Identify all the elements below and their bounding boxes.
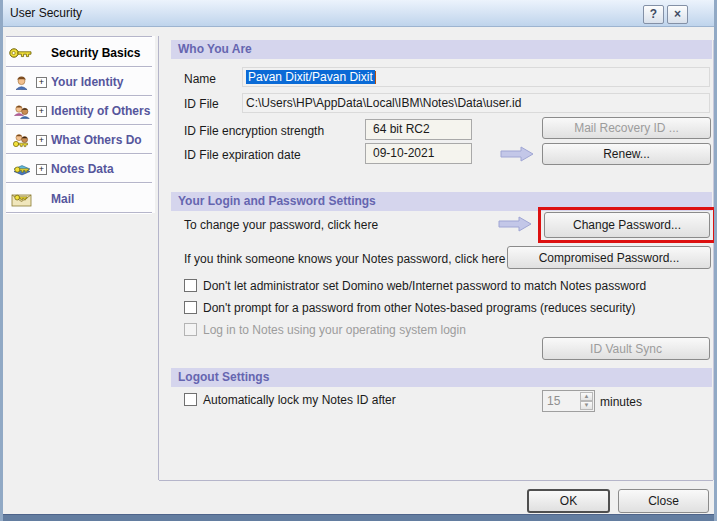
sidebar-item-label: Notes Data xyxy=(51,162,114,176)
compromised-password-prompt: If you think someone knows your Notes pa… xyxy=(184,252,505,266)
checkbox-label: Log in to Notes using your operating sys… xyxy=(203,323,466,337)
expand-plus-icon[interactable]: + xyxy=(36,106,47,117)
checkbox-dont-prompt[interactable] xyxy=(184,301,197,314)
sidebar-item-identity-of-others[interactable]: + Identity of Others xyxy=(6,98,152,124)
checkbox-domino-password[interactable] xyxy=(184,279,197,292)
sidebar-item-label: Security Basics xyxy=(51,46,140,60)
section-header-who-you-are: Who You Are xyxy=(171,40,712,59)
close-button[interactable]: Close xyxy=(618,489,709,513)
divider xyxy=(6,212,152,214)
content-right-border xyxy=(713,40,714,480)
sidebar-item-label: Identity of Others xyxy=(51,104,150,118)
expiration-date-value: 09-10-2021 xyxy=(365,143,472,164)
expand-plus-icon[interactable]: + xyxy=(36,77,47,88)
expiration-date-label: ID File expiration date xyxy=(184,148,301,162)
key-icon xyxy=(6,47,36,59)
title-bar[interactable]: User Security ? × xyxy=(0,0,717,27)
encryption-strength-label: ID File encryption strength xyxy=(184,124,324,138)
compromised-password-button[interactable]: Compromised Password... xyxy=(507,246,711,269)
people-icon xyxy=(6,104,36,119)
sidebar-item-label: Mail xyxy=(51,192,74,206)
checkbox-os-login xyxy=(184,323,197,336)
renew-button[interactable]: Renew... xyxy=(542,143,711,165)
id-vault-sync-button[interactable]: ID Vault Sync xyxy=(542,337,710,360)
sidebar-right-border xyxy=(158,36,159,480)
id-file-field: C:\Users\HP\AppData\Local\IBM\Notes\Data… xyxy=(242,93,710,113)
encryption-strength-value: 64 bit RC2 xyxy=(365,119,472,140)
divider xyxy=(6,66,152,68)
people-key-icon xyxy=(6,133,36,148)
help-button[interactable]: ? xyxy=(643,5,664,24)
window-title: User Security xyxy=(10,6,82,20)
user-security-dialog: User Security ? × Security Basics + Your… xyxy=(0,0,717,521)
auto-lock-label[interactable]: Automatically lock my Notes ID after xyxy=(203,393,396,407)
id-file-label: ID File xyxy=(184,97,219,111)
name-value: Pavan Dixit/Pavan Dixit xyxy=(246,70,375,84)
sidebar-item-security-basics[interactable]: Security Basics xyxy=(6,40,152,66)
spinner-up-icon[interactable]: ▲ xyxy=(580,392,593,401)
mail-recovery-id-button[interactable]: Mail Recovery ID ... xyxy=(542,117,711,139)
change-password-prompt: To change your password, click here xyxy=(184,218,378,232)
divider xyxy=(6,36,152,38)
sidebar-item-what-others-do[interactable]: + What Others Do xyxy=(6,127,152,153)
window-bottom-edge xyxy=(0,514,717,521)
minutes-unit-label: minutes xyxy=(600,395,642,409)
spinner-down-icon[interactable]: ▼ xyxy=(580,401,593,410)
sidebar-item-notes-data[interactable]: + Notes Data xyxy=(6,156,152,182)
expand-plus-icon[interactable]: + xyxy=(36,135,47,146)
expand-plus-icon[interactable]: + xyxy=(36,164,47,175)
text-caret xyxy=(375,71,376,84)
checkbox-label[interactable]: Don't prompt for a password from other N… xyxy=(203,301,635,315)
notes-data-icon xyxy=(6,162,36,177)
checkbox-label[interactable]: Don't let administrator set Domino web/I… xyxy=(203,279,646,293)
change-password-button[interactable]: Change Password... xyxy=(544,212,710,238)
divider xyxy=(6,182,152,184)
close-icon[interactable]: × xyxy=(667,5,688,24)
sidebar-item-mail[interactable]: Mail xyxy=(6,186,152,212)
minutes-spinner[interactable]: 15 ▲ ▼ xyxy=(542,390,595,412)
divider xyxy=(6,124,152,126)
name-label: Name xyxy=(184,72,216,86)
mail-key-icon xyxy=(6,192,36,207)
content-bottom-border xyxy=(159,480,713,481)
divider xyxy=(6,95,152,97)
person-icon xyxy=(6,75,36,90)
divider xyxy=(6,153,152,155)
arrow-right-icon xyxy=(499,146,535,162)
name-field[interactable]: Pavan Dixit/Pavan Dixit xyxy=(242,67,710,87)
minutes-value: 15 xyxy=(547,394,560,408)
ok-button[interactable]: OK xyxy=(527,489,610,513)
checkbox-auto-lock[interactable] xyxy=(184,393,197,406)
sidebar-item-your-identity[interactable]: + Your Identity xyxy=(6,69,152,95)
arrow-right-icon xyxy=(497,216,533,232)
section-header-logout-settings: Logout Settings xyxy=(171,368,712,387)
sidebar-item-label: Your Identity xyxy=(51,75,123,89)
sidebar-item-label: What Others Do xyxy=(51,133,142,147)
